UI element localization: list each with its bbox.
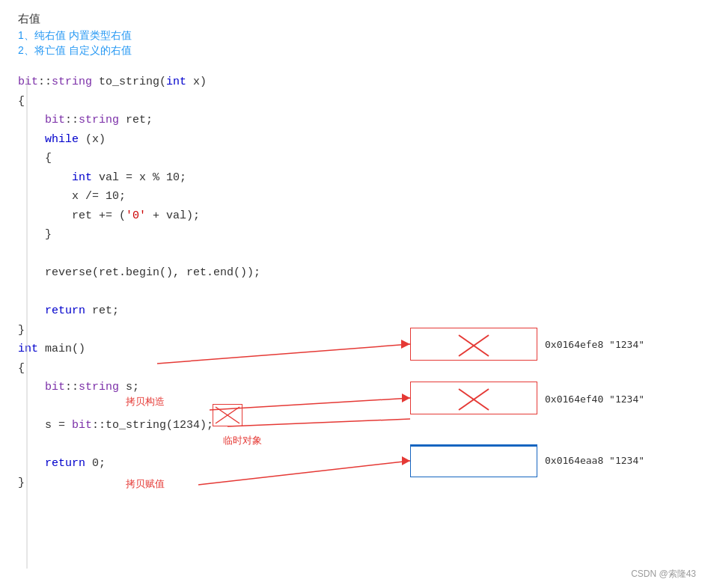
code-line-12 bbox=[18, 283, 690, 302]
header-item-1: 1、纯右值 内置类型右值 bbox=[18, 29, 690, 43]
code-line-9: } bbox=[18, 225, 690, 245]
header-item-2: 2、将亡值 自定义的右值 bbox=[18, 44, 690, 58]
code-line-3: bit::string ret; bbox=[18, 111, 690, 130]
small-box-1 bbox=[213, 404, 242, 426]
memory-box-2 bbox=[410, 382, 537, 414]
code-line-5: { bbox=[18, 149, 690, 168]
mem-label-3: 0x0164eaa8 "1234" bbox=[545, 455, 644, 466]
code-line-4: while (x) bbox=[18, 130, 690, 150]
copy-assign-label: 拷贝赋值 bbox=[126, 477, 165, 491]
copy-construct-label: 拷贝构造 bbox=[126, 395, 165, 408]
csdn-watermark: CSDN @索隆43 bbox=[631, 568, 696, 581]
code-line-10 bbox=[18, 245, 690, 264]
memory-box-3 bbox=[410, 444, 537, 477]
code-line-2: { bbox=[18, 92, 690, 111]
code-line-14: } bbox=[18, 321, 690, 340]
memory-box-1 bbox=[410, 328, 537, 361]
mem-label-2: 0x0164ef40 "1234" bbox=[545, 393, 644, 405]
mem-label-1: 0x0164efe8 "1234" bbox=[545, 339, 644, 350]
code-line-13: return ret; bbox=[18, 301, 690, 321]
code-line-6: int val = x % 10; bbox=[18, 168, 690, 188]
code-block: bit::string to_string(int x) { bit::stri… bbox=[18, 73, 690, 492]
code-line-8: ret += ('0' + val); bbox=[18, 206, 690, 226]
code-line-22: } bbox=[18, 474, 690, 493]
code-line-7: x /= 10; bbox=[18, 187, 690, 206]
code-line-16: { bbox=[18, 359, 690, 379]
temp-object-label: 临时对象 bbox=[223, 434, 262, 447]
code-line-20 bbox=[18, 435, 690, 455]
code-line-19: s = bit::to_string(1234); bbox=[18, 416, 690, 435]
code-line-11: reverse(ret.begin(), ret.end()); bbox=[18, 263, 690, 283]
code-line-1: bit::string to_string(int x) bbox=[18, 73, 690, 92]
page-title: 右值 bbox=[18, 12, 690, 26]
